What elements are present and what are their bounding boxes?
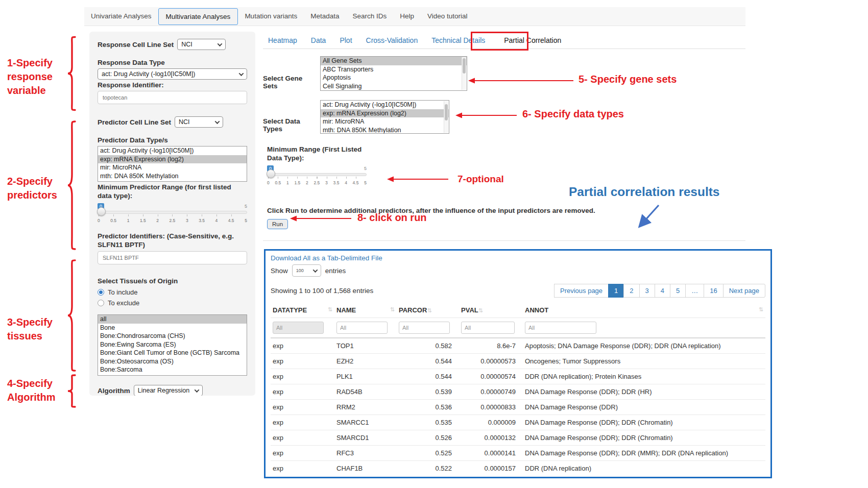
response-data-type-select[interactable]: act: Drug Activity (-log10[IC50M]) [98, 68, 247, 80]
predictor-identifiers-input[interactable] [98, 251, 247, 264]
column-header-datatype[interactable]: DATATYPE ⇅ [271, 302, 334, 318]
response-identifier-input[interactable] [98, 91, 247, 104]
table-header-row: DATATYPE ⇅ NAME ⇅ PARCOR⇅ PVAL⇅ ANNOT ⇅ [271, 302, 765, 318]
data-type-option[interactable]: act: Drug Activity (-log10[IC50M]) [321, 101, 449, 109]
tissue-option[interactable]: Bone [98, 324, 247, 332]
download-link[interactable]: Download All as a Tab-Delimited File [271, 254, 382, 262]
table-row: exp TOP1 0.582 8.6e-7 Apoptosis; DNA Dam… [271, 338, 765, 354]
annotation-7: 7-optional [457, 172, 504, 186]
tissue-option[interactable]: Bone:Ewing Sarcoma (ES) [98, 340, 247, 349]
data-type-option[interactable]: mth: DNA 850K Methylation [321, 126, 449, 134]
predictor-data-type-option[interactable]: exp: mRNA Expression (log2) [98, 155, 247, 164]
sort-icon[interactable]: ⇅ [328, 306, 332, 313]
chevron-down-icon [239, 71, 244, 76]
annotation-tab-highlight [471, 32, 528, 51]
analysis-tab[interactable]: Data [311, 36, 326, 44]
slider-tick-label: 0 [267, 180, 270, 185]
page-button[interactable]: Next page [723, 284, 765, 298]
sort-icon[interactable]: ⇅ [759, 306, 763, 313]
tissue-option[interactable]: all [98, 315, 247, 324]
nav-tab[interactable]: Multivariate Analyses [158, 8, 238, 25]
filter-parcor[interactable] [399, 322, 450, 334]
gene-set-option[interactable]: Cell Signaling [321, 82, 467, 91]
table-row: exp RFC3 0.525 0.0000141 DNA Damage Resp… [271, 446, 765, 461]
predictor-data-type-option[interactable]: act: Drug Activity (-log10[IC50M]) [98, 147, 247, 155]
nav-tab[interactable]: Univariate Analyses [84, 8, 158, 25]
slider-tick-label: 4.5 [228, 218, 234, 223]
algorithm-select[interactable]: Linear Regression [134, 385, 203, 396]
nav-tab[interactable]: Video tutorial [421, 8, 474, 25]
cell-parcor: 0.544 [397, 369, 459, 384]
slider-tick-label: 1.5 [295, 180, 301, 185]
analysis-tab[interactable]: Heatmap [268, 36, 297, 44]
sort-icon[interactable]: ⇅ [478, 307, 483, 313]
data-type-option[interactable]: mir: MicroRNA [321, 117, 449, 126]
tissues-listbox: all Bone Bone:Chondrosarcoma (CHS) Bone:… [98, 314, 247, 376]
gene-set-option[interactable]: All Gene Sets [321, 57, 467, 65]
chevron-down-icon [215, 119, 220, 124]
sort-icon[interactable]: ⇅ [427, 307, 431, 313]
data-types-listbox: act: Drug Activity (-log10[IC50M]) exp: … [320, 100, 449, 134]
nav-tab[interactable]: Metadata [304, 8, 346, 25]
slider-handle[interactable] [97, 207, 106, 216]
main-panel: Heatmap Data Plot Cross-Validation Techn… [263, 32, 745, 241]
run-button[interactable]: Run [267, 219, 288, 229]
slider-max-label: 5 [364, 166, 367, 171]
table-row: exp EZH2 0.544 0.00000573 Oncogenes; Tum… [271, 354, 765, 369]
response-data-type-label: Response Data Type [98, 58, 247, 67]
tissue-option[interactable]: Peripheral_Nervous_System [98, 374, 247, 376]
data-type-option[interactable]: exp: mRNA Expression (log2) [321, 109, 449, 118]
column-header-name[interactable]: NAME ⇅ [334, 302, 397, 318]
sort-icon[interactable]: ⇅ [390, 306, 395, 313]
page-button[interactable]: 3 [639, 284, 655, 298]
slider-tick-label: 2 [156, 218, 159, 223]
table-row: exp SMARCD1 0.526 0.0000132 DNA Damage R… [271, 430, 765, 446]
min-predictor-range-label: Minimum Predictor Range (for first liste… [98, 183, 247, 200]
page-button[interactable]: … [685, 284, 704, 298]
nav-tab[interactable]: Help [393, 8, 421, 25]
column-header-annot[interactable]: ANNOT ⇅ [523, 302, 765, 318]
response-cell-line-set-select[interactable]: NCI [177, 39, 226, 50]
slider-track[interactable] [98, 211, 247, 214]
page-button[interactable]: 16 [704, 284, 723, 298]
predictor-data-type-option[interactable]: mir: MicroRNA [98, 163, 247, 172]
column-header-pval[interactable]: PVAL⇅ [459, 302, 523, 318]
cell-parcor: 0.582 [397, 338, 459, 354]
filter-name[interactable] [336, 322, 388, 334]
slider-handle[interactable] [267, 169, 275, 178]
show-entries-select[interactable]: 100 [292, 264, 321, 277]
scrollbar-thumb[interactable] [445, 104, 448, 120]
data-types-label: Select Data Types [263, 117, 317, 134]
gene-set-option[interactable]: ABC Transporters [321, 65, 467, 74]
page-button[interactable]: 4 [655, 284, 670, 298]
scrollbar-thumb[interactable] [463, 58, 466, 74]
tissue-option[interactable]: Bone:Sarcoma [98, 365, 247, 374]
annotation-5: 5- Specify gene sets [578, 72, 677, 86]
column-header-parcor[interactable]: PARCOR⇅ [397, 302, 459, 318]
analysis-tab[interactable]: Cross-Validation [366, 36, 418, 44]
tissue-option[interactable]: Bone:Giant Cell Tumor of Bone (GCTB) Sar… [98, 349, 247, 357]
min-predictor-range-slider: 0 5 00.511.522.533.544.55 [98, 203, 247, 227]
partial-correlation-results-box: Download All as a Tab-Delimited File Sho… [264, 249, 772, 478]
page-button[interactable]: Previous page [554, 284, 609, 298]
filter-annot[interactable] [525, 322, 596, 334]
response-data-type-value: act: Drug Activity (-log10[IC50M]) [102, 70, 195, 78]
predictor-cell-line-set-select[interactable]: NCI [175, 116, 223, 128]
nav-tab[interactable]: Search IDs [346, 8, 393, 25]
filter-datatype[interactable] [273, 322, 324, 334]
page-button[interactable]: 2 [623, 284, 639, 298]
page-button[interactable]: 1 [608, 284, 624, 298]
page-button[interactable]: 5 [670, 284, 686, 298]
slider-track[interactable] [267, 173, 367, 176]
nav-tab[interactable]: Mutation variants [238, 8, 304, 25]
gene-set-option[interactable]: Apoptosis [321, 74, 467, 82]
control-sidebar: Response Cell Line Set NCI Response Data… [89, 32, 255, 396]
to-include-radio[interactable] [98, 289, 104, 296]
run-instruction: Click Run to determine additional predic… [263, 206, 745, 215]
tissue-option[interactable]: Bone:Osteosarcoma (OS) [98, 357, 247, 366]
predictor-data-type-option[interactable]: mth: DNA 850K Methylation [98, 172, 247, 181]
filter-pval[interactable] [461, 322, 515, 334]
to-exclude-radio[interactable] [98, 300, 104, 306]
tissue-option[interactable]: Bone:Chondrosarcoma (CHS) [98, 332, 247, 340]
analysis-tab[interactable]: Plot [340, 36, 352, 44]
